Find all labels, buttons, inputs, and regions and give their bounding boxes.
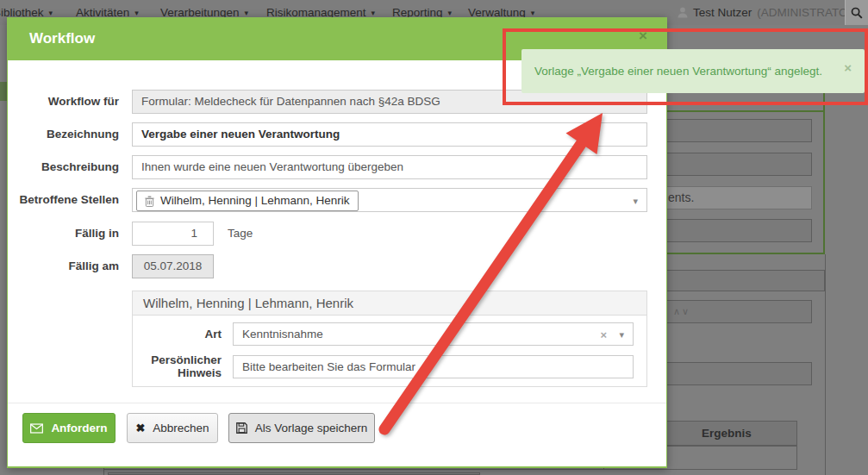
label-beschreibung: Beschreibung (8, 155, 119, 179)
label-faellig-in: Fällig in (8, 222, 119, 246)
success-toast: Vorlage „Vergabe einer neuen Verantwortu… (521, 49, 865, 93)
user-name: Test Nutzer (693, 6, 752, 19)
faellig-in-input[interactable]: 1 (132, 222, 214, 246)
selected-stelle-tag[interactable]: Wilhelm, Henning | Lehmann, Henrik (136, 191, 359, 211)
als-vorlage-speichern-button[interactable]: Als Vorlage speichern (228, 413, 375, 443)
chevron-down-icon: ▾ (49, 9, 53, 17)
sort-arrows-icon: ∧∨ (673, 306, 690, 316)
label-betroffene-stellen: Betroffene Stellen (8, 188, 119, 212)
label-persoenlicher-hinweis: Persönlicher Hinweis (133, 353, 222, 379)
user-menu[interactable]: Test Nutzer (ADMINISTRATOR) ▾ (678, 0, 868, 25)
label-faellig-am: Fällig am (8, 254, 119, 278)
chevron-down-icon: ▾ (245, 9, 249, 17)
close-icon[interactable]: × (844, 60, 852, 75)
tag-label: Wilhelm, Henning | Lehmann, Henrik (160, 190, 350, 212)
faellig-am-field: 05.07.2018 (132, 254, 214, 278)
label-workflow-fuer: Workflow für (8, 90, 119, 114)
chevron-down-icon[interactable]: ▾ (633, 189, 638, 213)
dimmed-panel-border (823, 93, 825, 112)
chevron-down-icon: ▾ (531, 9, 535, 17)
chevron-down-icon: ▾ (134, 9, 139, 17)
screen: Bibliothek ▾ Aktivitäten ▾ Verarbeitunge… (0, 0, 868, 475)
persoenlicher-hinweis-input[interactable]: Bitte bearbeiten Sie das Formular (233, 355, 634, 378)
dimmed-border (825, 254, 826, 475)
chevron-down-icon: ▾ (448, 9, 453, 17)
label-bezeichnung: Bezeichnung (8, 122, 119, 147)
footer-divider (8, 403, 666, 403)
column-header-label: Ergebnis (702, 427, 752, 440)
modal-title: Workflow (29, 30, 95, 47)
workflow-fuer-field: Formular: Meldecheck für Datenpannen nac… (132, 90, 647, 114)
envelope-icon (30, 423, 43, 434)
art-selected-value: Kenntnisnahme (242, 328, 323, 341)
label-art: Art (133, 322, 222, 346)
dimmed-text: ents. (668, 191, 694, 204)
recipient-panel-header: Wilhelm, Henning | Lehmann, Henrik (133, 291, 646, 316)
search-button[interactable] (845, 0, 868, 25)
bezeichnung-input[interactable]: Vergabe einer neuen Verantwortung (132, 122, 647, 147)
faellig-in-suffix: Tage (228, 222, 253, 246)
chevron-down-icon[interactable]: ▾ (619, 323, 624, 347)
anfordern-button[interactable]: Anfordern (22, 413, 116, 443)
beschreibung-input[interactable]: Ihnen wurde eine neuen Verantwortung übe… (132, 155, 647, 179)
art-select[interactable]: Kenntnisnahme × ▾ (233, 322, 634, 346)
button-label: Abbrechen (153, 422, 209, 434)
trash-icon[interactable] (145, 196, 154, 207)
clear-icon[interactable]: × (600, 323, 607, 347)
button-label: Als Vorlage speichern (255, 422, 368, 434)
toast-message: Vorlage „Vergabe einer neuen Verantwortu… (534, 65, 822, 78)
cancel-icon: ✖ (135, 422, 145, 434)
button-label: Anfordern (51, 422, 107, 434)
save-icon (236, 422, 247, 434)
recipient-panel: Wilhelm, Henning | Lehmann, Henrik Art K… (132, 291, 647, 387)
dimmed-border (103, 469, 756, 470)
user-icon (678, 7, 688, 18)
betroffene-stellen-multiselect[interactable]: Wilhelm, Henning | Lehmann, Henrik ▾ (132, 188, 647, 212)
search-icon (851, 7, 863, 19)
chevron-down-icon: ▾ (372, 9, 376, 17)
close-icon[interactable]: × (639, 28, 647, 45)
abbrechen-button[interactable]: ✖ Abbrechen (127, 413, 218, 443)
dimmed-sidebar-fragment (0, 82, 7, 101)
